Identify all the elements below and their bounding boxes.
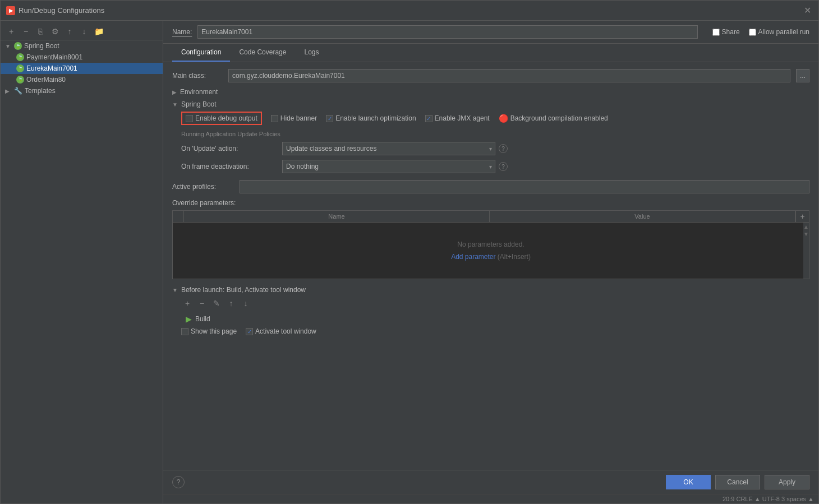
- update-action-select[interactable]: Update classes and resources: [282, 142, 495, 155]
- group-expand-arrow: ▼: [5, 43, 12, 49]
- debug-output-label: Enable debug output: [195, 114, 257, 122]
- eureka-icon: 🍃: [16, 64, 24, 72]
- hide-banner-checkbox[interactable]: [271, 115, 278, 122]
- help-button[interactable]: ?: [172, 476, 185, 488]
- frame-deactivation-label: On frame deactivation:: [181, 163, 277, 170]
- sidebar-toolbar: + − ⎘ ⚙ ↑ ↓ 📁: [1, 23, 163, 40]
- move-down-button[interactable]: ↓: [78, 25, 90, 38]
- before-launch-header[interactable]: ▼ Before launch: Build, Activate tool wi…: [172, 286, 809, 294]
- build-label: Build: [195, 315, 210, 323]
- sidebar-item-payment[interactable]: 🍃 PaymentMain8001: [1, 52, 163, 63]
- params-body: No parameters added. Add parameter (Alt+…: [173, 223, 809, 279]
- before-launch-add[interactable]: +: [181, 297, 194, 309]
- active-profiles-row: Active profiles:: [172, 180, 809, 193]
- params-table: Name Value + No parameters added. Add pa…: [172, 210, 809, 279]
- sidebar-item-templates[interactable]: ▶ 🔧 Templates: [1, 85, 163, 96]
- show-page-checkbox[interactable]: [181, 328, 188, 335]
- active-profiles-input[interactable]: [240, 180, 809, 193]
- launch-optimization-label[interactable]: ✓ Enable launch optimization: [326, 114, 416, 122]
- share-checkbox[interactable]: [712, 29, 720, 36]
- browse-button[interactable]: ...: [796, 69, 809, 82]
- params-add-button[interactable]: +: [795, 211, 809, 222]
- environment-arrow: ▶: [172, 89, 177, 95]
- parallel-run-checkbox[interactable]: [749, 29, 756, 36]
- frame-deactivation-select[interactable]: Do nothing: [282, 160, 495, 173]
- activate-tool-label[interactable]: ✓ Activate tool window: [246, 327, 316, 335]
- spring-boot-group[interactable]: ▼ 🍃 Spring Boot: [1, 40, 163, 52]
- before-launch-label: Before launch: Build, Activate tool wind…: [181, 286, 306, 294]
- payment-icon: 🍃: [16, 53, 24, 61]
- spring-boot-group-label: Spring Boot: [24, 42, 59, 50]
- hide-banner-label[interactable]: Hide banner: [271, 114, 317, 122]
- parallel-run-label: Allow parallel run: [758, 28, 809, 36]
- parallel-run-checkbox-label[interactable]: Allow parallel run: [749, 28, 809, 36]
- activate-tool-text: Activate tool window: [255, 327, 316, 335]
- frame-deactivation-select-outer: Do nothing: [282, 160, 495, 173]
- params-scrollbar[interactable]: ▲ ▼: [803, 223, 809, 279]
- ok-button[interactable]: OK: [666, 475, 711, 489]
- bottom-bar: ? OK Cancel Apply: [163, 470, 818, 494]
- sidebar-item-eureka[interactable]: 🍃 EurekaMain7001: [1, 63, 163, 74]
- policies-section: Running Application Update Policies On '…: [181, 131, 809, 173]
- params-value-header: Value: [490, 211, 795, 222]
- close-button[interactable]: ✕: [802, 5, 813, 16]
- order-icon: 🍃: [16, 76, 24, 84]
- name-input[interactable]: [197, 25, 697, 39]
- tab-code-coverage[interactable]: Code Coverage: [230, 44, 295, 62]
- jmx-agent-text: Enable JMX agent: [435, 114, 490, 122]
- remove-config-button[interactable]: −: [20, 25, 32, 38]
- status-text: 20:9 CRLE ▲ UTF-8 3 spaces ▲: [723, 496, 814, 502]
- frame-deactivation-help[interactable]: ?: [499, 162, 508, 171]
- templates-arrow: ▶: [5, 88, 12, 94]
- sidebar-item-order[interactable]: 🍃 OrderMain80: [1, 74, 163, 85]
- dialog-title: Run/Debug Configurations: [19, 6, 104, 15]
- add-param-link[interactable]: Add parameter: [451, 253, 495, 261]
- spring-boot-section-title: Spring Boot: [181, 100, 217, 108]
- order-label: OrderMain80: [26, 76, 66, 84]
- share-label: Share: [722, 28, 740, 36]
- share-folder-button[interactable]: 📁: [93, 25, 105, 38]
- before-launch-remove[interactable]: −: [196, 297, 208, 309]
- copy-config-button[interactable]: ⎘: [34, 25, 47, 38]
- debug-output-checkbox[interactable]: [186, 115, 193, 122]
- name-field-label: Name:: [172, 28, 192, 36]
- before-launch-down[interactable]: ↓: [240, 297, 252, 309]
- launch-optimization-checkbox[interactable]: ✓: [326, 115, 333, 122]
- before-launch-toolbar: + − ✎ ↑ ↓: [181, 297, 809, 309]
- update-action-label: On 'Update' action:: [181, 145, 277, 152]
- templates-icon: 🔧: [14, 87, 22, 95]
- tab-configuration[interactable]: Configuration: [172, 44, 230, 62]
- update-action-row: On 'Update' action: Update classes and r…: [181, 142, 809, 155]
- activate-tool-checkbox[interactable]: ✓: [246, 328, 253, 335]
- main-class-row: Main class: ...: [172, 69, 809, 82]
- move-up-button[interactable]: ↑: [63, 25, 76, 38]
- update-action-help[interactable]: ?: [499, 144, 508, 153]
- update-action-select-outer: Update classes and resources: [282, 142, 495, 155]
- add-config-button[interactable]: +: [5, 25, 17, 38]
- build-item: ▶ Build: [181, 313, 809, 325]
- main-class-input[interactable]: [228, 69, 790, 82]
- tab-logs[interactable]: Logs: [295, 44, 328, 62]
- share-checkbox-label[interactable]: Share: [712, 28, 740, 36]
- debug-output-box: Enable debug output: [181, 112, 262, 125]
- environment-section-header[interactable]: ▶ Environment: [172, 88, 809, 96]
- params-name-header: Name: [184, 211, 490, 222]
- launch-optimization-text: Enable launch optimization: [335, 114, 416, 122]
- cancel-button[interactable]: Cancel: [715, 475, 760, 489]
- frame-deactivation-select-wrapper: Do nothing ?: [282, 160, 508, 173]
- build-icon: ▶: [186, 315, 192, 323]
- jmx-agent-label[interactable]: ✓ Enable JMX agent: [425, 114, 490, 122]
- override-params-section: Override parameters: Name Value + No par…: [172, 199, 809, 279]
- before-launch-edit[interactable]: ✎: [210, 297, 223, 309]
- jmx-agent-checkbox[interactable]: ✓: [425, 115, 432, 122]
- apply-button[interactable]: Apply: [765, 475, 809, 489]
- hide-banner-text: Hide banner: [280, 114, 317, 122]
- show-page-text: Show this page: [191, 327, 237, 335]
- spring-boot-section-header[interactable]: ▼ Spring Boot: [172, 100, 809, 108]
- before-launch-up[interactable]: ↑: [225, 297, 237, 309]
- settings-config-button[interactable]: ⚙: [49, 25, 61, 38]
- share-area: Share Allow parallel run: [712, 28, 809, 36]
- show-page-label[interactable]: Show this page: [181, 327, 237, 335]
- debug-output-wrapper: 不要勾选 Enable debug output: [181, 112, 262, 125]
- policies-title: Running Application Update Policies: [181, 131, 809, 137]
